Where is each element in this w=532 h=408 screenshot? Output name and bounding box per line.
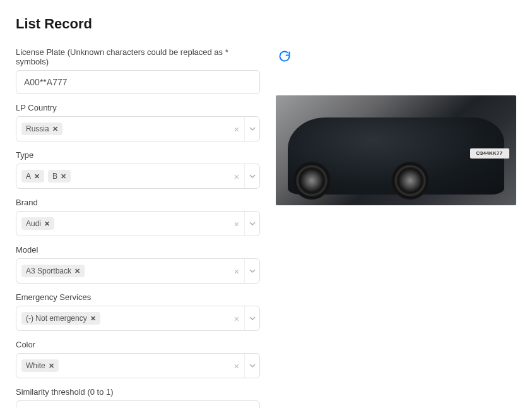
- chevron-down-icon[interactable]: [244, 259, 259, 283]
- chip-label: A: [26, 172, 31, 181]
- chevron-down-icon[interactable]: [244, 117, 259, 141]
- image-license-plate: C344KK77: [470, 148, 509, 159]
- emergency-select[interactable]: (-) Not emergency✕ ×: [16, 306, 260, 331]
- refresh-icon[interactable]: [278, 50, 291, 63]
- license-plate-input[interactable]: [16, 70, 260, 94]
- chevron-down-icon[interactable]: [244, 306, 259, 330]
- chip-label: B: [52, 172, 57, 181]
- chip: B✕: [48, 170, 71, 183]
- close-icon[interactable]: ✕: [49, 362, 54, 370]
- similarity-input[interactable]: [16, 400, 260, 408]
- lp-country-select[interactable]: Russia✕ ×: [16, 116, 260, 141]
- close-icon[interactable]: ✕: [74, 267, 80, 275]
- emergency-field: Emergency Services (-) Not emergency✕ ×: [16, 292, 260, 331]
- color-label: Color: [16, 340, 260, 349]
- chip: (-) Not emergency✕: [21, 312, 100, 325]
- clear-icon[interactable]: ×: [229, 259, 244, 283]
- model-select[interactable]: A3 Sportback✕ ×: [16, 258, 260, 284]
- brand-field: Brand Audi✕ ×: [16, 198, 260, 236]
- close-icon[interactable]: ✕: [44, 220, 50, 228]
- license-plate-field: License Plate (Unknown characters could …: [16, 47, 260, 94]
- chip-label: Russia: [26, 124, 49, 133]
- close-icon[interactable]: ✕: [34, 172, 40, 181]
- license-plate-label: License Plate (Unknown characters could …: [16, 47, 260, 66]
- model-label: Model: [16, 245, 260, 255]
- form-column: License Plate (Unknown characters could …: [16, 47, 260, 408]
- brand-select[interactable]: Audi✕ ×: [16, 211, 260, 236]
- lp-country-field: LP Country Russia✕ ×: [16, 103, 260, 141]
- close-icon[interactable]: ✕: [61, 172, 66, 181]
- color-field: Color White✕ ×: [16, 340, 260, 378]
- chip-label: Audi: [26, 219, 41, 228]
- type-chips: A✕B✕: [16, 164, 229, 188]
- close-icon[interactable]: ✕: [52, 125, 58, 133]
- type-select[interactable]: A✕B✕ ×: [16, 164, 260, 189]
- clear-icon[interactable]: ×: [229, 306, 244, 330]
- color-select[interactable]: White✕ ×: [16, 353, 260, 378]
- type-field: Type A✕B✕ ×: [16, 150, 260, 189]
- chevron-down-icon[interactable]: [244, 164, 259, 188]
- chip-label: White: [26, 361, 45, 370]
- chip: A✕: [21, 170, 44, 183]
- chevron-down-icon[interactable]: [244, 354, 259, 378]
- chip: Audi✕: [21, 217, 54, 230]
- emergency-label: Emergency Services: [16, 292, 260, 302]
- chevron-down-icon[interactable]: [244, 212, 259, 236]
- page-title: List Record: [16, 16, 516, 32]
- chip: Russia✕: [21, 123, 62, 135]
- side-column: C344KK77: [276, 47, 516, 205]
- lp-country-label: LP Country: [16, 103, 260, 112]
- similarity-label: Similarity threshold (0 to 1): [16, 387, 260, 397]
- chip: White✕: [21, 359, 59, 372]
- clear-icon[interactable]: ×: [229, 117, 244, 141]
- chip-label: A3 Sportback: [26, 267, 71, 275]
- clear-icon[interactable]: ×: [229, 212, 244, 236]
- lp-country-chips: Russia✕: [16, 117, 229, 141]
- clear-icon[interactable]: ×: [229, 164, 244, 188]
- brand-chips: Audi✕: [16, 212, 229, 236]
- vehicle-image: C344KK77: [276, 95, 516, 205]
- brand-label: Brand: [16, 198, 260, 207]
- close-icon[interactable]: ✕: [90, 315, 96, 323]
- model-chips: A3 Sportback✕: [16, 259, 229, 283]
- color-chips: White✕: [16, 354, 229, 378]
- emergency-chips: (-) Not emergency✕: [16, 306, 229, 330]
- similarity-field: Similarity threshold (0 to 1): [16, 387, 260, 408]
- model-field: Model A3 Sportback✕ ×: [16, 245, 260, 284]
- type-label: Type: [16, 150, 260, 160]
- chip-label: (-) Not emergency: [26, 314, 87, 323]
- chip: A3 Sportback✕: [21, 265, 85, 277]
- clear-icon[interactable]: ×: [229, 354, 244, 378]
